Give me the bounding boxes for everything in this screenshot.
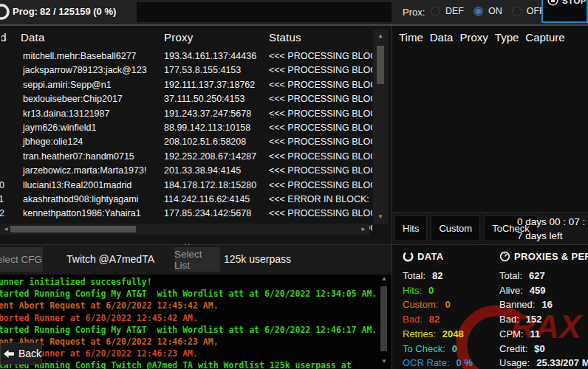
scrollbar-thumb[interactable] — [10, 226, 136, 232]
table-row[interactable]: 3 seppi.amiri:Sepp@n1 192.111.137.37:187… — [0, 78, 392, 92]
stat-value: 459 — [530, 283, 546, 298]
stat-row: Total: 627 — [499, 269, 588, 283]
cell-status: <<< ERROR IN BLOCK: R — [269, 193, 372, 207]
tab-buttons: HitsCustomToCheck — [394, 215, 538, 241]
stat-row: Usage: 25.33/207 M — [499, 356, 588, 369]
cell-status: <<< PROCESSING BLOCK — [269, 135, 372, 149]
radio-dot[interactable] — [431, 7, 440, 16]
proxies-stat-rows: Total: 627 Alive: 459 Banned: 16 Ba — [499, 269, 588, 369]
radio-dot[interactable] — [474, 7, 483, 16]
proxy-radio[interactable]: OFF — [512, 6, 545, 16]
column-header: Capture — [525, 31, 564, 44]
proxy-radio[interactable]: ON — [474, 6, 502, 16]
stat-row: Banned: 16 — [499, 297, 588, 312]
stat-row: Retries: 2048 — [403, 327, 473, 342]
stat-value: 627 — [529, 269, 545, 283]
cell-status: <<< PROCESSING BLOCK — [269, 63, 372, 77]
radio-label: DEF — [445, 6, 464, 16]
table-row[interactable]: 12 kennethpatton1986:Yahaira1 177.85.234… — [0, 207, 392, 221]
hits-tabs-row: HitsCustomToCheck 0 days 00 : 07 : 7 day… — [392, 213, 588, 244]
vertical-scrollbar[interactable]: ▲ ▼ — [373, 30, 388, 224]
results-rows: 1 mitchell.mehr:Baseball6277 193.34.161.… — [0, 49, 392, 235]
stat-value: 0 — [428, 283, 434, 298]
table-row[interactable]: 11 akashrathod908:lightyagami 114.242.11… — [0, 193, 392, 207]
proxy-radio-group: DEF ON OFF — [431, 6, 555, 16]
cell-proxy: 114.242.116.62:4145 — [164, 193, 250, 207]
proxy-radio[interactable]: DEF — [431, 6, 464, 16]
log-line: Started Running Config My AT&T with Word… — [0, 288, 392, 300]
cell-id: 3 — [0, 78, 10, 92]
stat-label: Alive: — [499, 283, 523, 298]
cell-id: 2 — [0, 63, 10, 77]
cell-proxy: 184.178.172.18:15280 — [164, 179, 256, 193]
elapsed-timer: 0 days 00 : 07 : — [517, 216, 585, 227]
cell-data: mitchell.mehr:Baseball6277 — [23, 49, 137, 63]
tab-button[interactable]: Custom — [431, 215, 480, 241]
table-row[interactable]: 5 kr13.daina:13121987 191.243.37.247:567… — [0, 107, 392, 121]
scroll-up-arrow[interactable]: ▲ — [381, 276, 387, 282]
hits-table: TimeDataProxyTypeCapture — [392, 26, 588, 213]
scroll-down-arrow[interactable]: ▼ — [381, 359, 387, 365]
results-table-header: IdDataProxyStatus — [0, 31, 392, 49]
select-cfg-button[interactable]: Select CFG — [0, 247, 43, 272]
stat-label: Total: — [499, 269, 522, 283]
scroll-left-arrow[interactable]: ◄ — [3, 227, 9, 232]
table-row[interactable]: 4 bexlouisebeer:Chip2017 37.111.50.250:4… — [0, 92, 392, 106]
back-button[interactable]: Back — [0, 342, 42, 365]
table-row[interactable]: 2 jacksparrow789123:jack@123 177.53.8.15… — [0, 63, 392, 77]
stat-label: Bad: — [403, 312, 423, 327]
radio-label: ON — [488, 6, 502, 16]
table-row[interactable]: 8 tran.heather07:handm0715 192.252.208.6… — [0, 150, 392, 164]
scroll-down-arrow[interactable]: ▼ — [377, 214, 383, 220]
log-line: Sent Abort Request at 6/20/2022 12:46:23… — [0, 336, 392, 348]
stat-value: $0 — [534, 342, 544, 356]
table-row[interactable]: 9 jarzebowicz.marta:Marta1973! 201.33.38… — [0, 164, 392, 178]
data-stat-rows: Total: 82 Hits: 0 Custom: 0 Bad: — [403, 269, 473, 369]
column-header: Data — [430, 31, 454, 44]
cell-data: jaym626:winfield1 — [23, 121, 96, 135]
stat-row: To Check: 0 — [403, 342, 473, 356]
cell-status: <<< PROCESSING BLOCK — [269, 78, 372, 92]
progress-value: 82 / 125159 (0 %) — [40, 6, 116, 17]
stat-row: Bad: 152 — [499, 312, 588, 327]
stat-value: 0 — [452, 342, 457, 356]
cell-status: <<< PROCESSING BLOCK — [269, 164, 372, 178]
scroll-up-arrow[interactable]: ▲ — [377, 33, 383, 39]
cell-proxy: 201.33.38.94:4145 — [164, 164, 241, 178]
data-pie-icon — [403, 251, 414, 262]
wordlist-name: 125k userpass — [224, 253, 291, 265]
table-row[interactable]: 6 jaym626:winfield1 88.99.142.113:10158 … — [0, 121, 392, 135]
scrollbar-thumb[interactable] — [380, 286, 387, 351]
table-row[interactable]: 7 jbhege:olie124 208.102.51.6:58208 <<< … — [0, 135, 392, 149]
cell-data: jarzebowicz.marta:Marta1973! — [23, 164, 146, 178]
column-header: Type — [495, 31, 519, 44]
stat-value: 2048 — [442, 327, 464, 342]
cell-proxy: 193.34.161.137:44436 — [164, 49, 256, 63]
scroll-right-arrow[interactable]: ► — [360, 227, 366, 232]
command-input[interactable] — [137, 2, 392, 22]
stop-label: STOP — [562, 0, 587, 5]
stat-row: Total: 82 — [403, 269, 473, 283]
radio-dot[interactable] — [512, 7, 522, 16]
stop-button[interactable]: STOP — [541, 0, 588, 23]
cell-status: <<< PROCESSING BLOCK — [269, 207, 372, 221]
stat-value: 25.33/207 M — [536, 356, 588, 369]
cell-data: jbhege:olie124 — [23, 135, 83, 149]
scrollbar-thumb[interactable] — [377, 46, 384, 84]
select-list-button[interactable]: Select List — [174, 247, 220, 272]
back-arrow-icon — [4, 348, 14, 359]
table-row[interactable]: 1 mitchell.mehr:Baseball6277 193.34.161.… — [0, 49, 392, 63]
stat-label: Usage: — [499, 356, 530, 369]
horizontal-scrollbar[interactable]: ◄ ► — [0, 224, 369, 235]
cell-status: <<< PROCESSING BLOCK — [269, 179, 372, 193]
tab-button[interactable]: Hits — [394, 215, 427, 241]
column-header: Data — [21, 31, 45, 44]
log-line: Aborted Runner at 6/20/2022 12:45:42 AM. — [0, 312, 392, 324]
log-scrollbar[interactable]: ▲ ▼ — [378, 276, 390, 366]
log-line: Runner initialized succesfully! — [0, 276, 392, 288]
table-row[interactable]: 10 lluciani13:Real2001madrid 184.178.172… — [0, 179, 392, 193]
stat-value: 0 — [445, 297, 450, 312]
cell-id: 1 — [0, 49, 10, 63]
cell-data: tran.heather07:handm0715 — [23, 150, 134, 164]
cell-proxy: 177.53.8.155:4153 — [164, 63, 241, 77]
